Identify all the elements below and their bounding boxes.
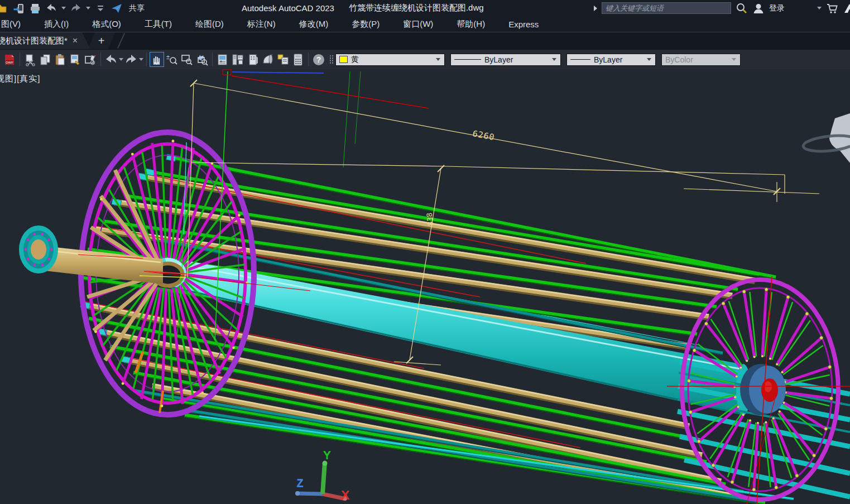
menu-modify[interactable]: 修改(M): [287, 16, 340, 32]
menu-draw[interactable]: 绘图(D): [184, 16, 236, 32]
open-icon[interactable]: [0, 2, 9, 15]
redo-dropdown-icon[interactable]: [86, 7, 90, 9]
menubar: 图(V) 插入(I) 格式(O) 工具(T) 绘图(D) 标注(N) 修改(M)…: [0, 16, 850, 32]
clipped-part-right: [803, 113, 850, 163]
zoom-window-button[interactable]: [180, 52, 194, 67]
undo-list-icon[interactable]: [119, 58, 123, 61]
menu-dimension[interactable]: 标注(N): [236, 16, 287, 32]
linetype-dropdown-caret: [552, 58, 556, 61]
zoom-previous-button[interactable]: [195, 52, 209, 67]
designcenter-button[interactable]: [230, 52, 245, 67]
titlebar: 共享 Autodesk AutoCAD 2023 竹篾带连续缠绕机设计图装配图.…: [0, 0, 850, 16]
menu-parametric[interactable]: 参数(P): [340, 16, 391, 32]
file-tabbar: 绕机设计图装配图* × +: [0, 32, 850, 49]
properties-palette-button[interactable]: [215, 52, 230, 67]
file-tab-label: 绕机设计图装配图*: [0, 36, 68, 46]
cut-button[interactable]: [23, 52, 37, 67]
redo-toolbar-button[interactable]: [124, 52, 138, 67]
properties-edit-button[interactable]: [68, 52, 83, 67]
redo-list-icon[interactable]: [139, 58, 143, 61]
undo-toolbar-button[interactable]: [104, 52, 118, 67]
dimension-6260: 6260: [472, 128, 496, 142]
lineweight-sample: [570, 59, 590, 60]
app-title: Autodesk AutoCAD 2023: [242, 3, 334, 13]
model-viewport[interactable]: 6260838YXZ: [0, 69, 850, 504]
quick-access-toolbar: 共享: [0, 0, 145, 16]
titlebar-right: 登录: [594, 0, 850, 16]
lineweight-dropdown[interactable]: ByLayer: [566, 54, 656, 66]
color-dropdown[interactable]: 黄: [335, 54, 445, 66]
dimension-838: 838: [425, 212, 435, 226]
svg-text:±: ±: [166, 54, 170, 60]
viewport-controls-label[interactable]: 视图][真实]: [0, 74, 41, 84]
file-tab-active[interactable]: 绕机设计图装配图* ×: [0, 32, 90, 49]
user-icon[interactable]: [752, 2, 765, 15]
quickcalc-button[interactable]: [291, 52, 305, 67]
markup-manager-button[interactable]: [276, 52, 290, 67]
right-wheel: [678, 280, 850, 500]
zoom-realtime-button[interactable]: ±: [165, 52, 179, 67]
color-dropdown-caret: [436, 58, 440, 61]
customize-qat-icon[interactable]: [94, 2, 107, 15]
login-label[interactable]: 登录: [769, 3, 785, 13]
sheetset-manager-button[interactable]: [261, 52, 275, 67]
new-tab-icon: +: [98, 35, 105, 47]
plot-style-value: ByColor: [665, 55, 693, 64]
linetype-value: ByLayer: [484, 55, 513, 64]
undo-dropdown-icon[interactable]: [61, 7, 66, 9]
undo-button[interactable]: [45, 2, 57, 15]
tabbar-divider: [117, 33, 125, 49]
help-button[interactable]: ?: [311, 52, 326, 67]
share-label[interactable]: 共享: [129, 3, 145, 13]
menu-window[interactable]: 窗口(W): [391, 16, 445, 32]
ucs-x-label: X: [342, 489, 349, 501]
plot-icon[interactable]: [29, 2, 41, 15]
svg-text:DWF: DWF: [6, 61, 13, 64]
lineweight-value: ByLayer: [594, 55, 622, 64]
ucs-y-label: Y: [324, 450, 330, 461]
color-swatch: [339, 56, 348, 63]
menu-insert[interactable]: 插入(I): [32, 16, 80, 32]
linetype-dropdown[interactable]: ByLayer: [450, 54, 561, 66]
menu-format[interactable]: 格式(O): [80, 16, 133, 32]
search-icon[interactable]: [736, 2, 748, 15]
lineweight-dropdown-caret: [647, 58, 651, 61]
redo-button[interactable]: [70, 2, 82, 15]
autodesk-logo-icon: [843, 2, 850, 15]
pan-button[interactable]: [150, 52, 164, 67]
menu-help[interactable]: 帮助(H): [445, 16, 497, 32]
window-title: Autodesk AutoCAD 2023 竹篾带连续缠绕机设计图装配图.dwg: [242, 0, 484, 16]
svg-text:?: ?: [316, 55, 321, 64]
save-icon[interactable]: [13, 2, 25, 15]
tool-palettes-button[interactable]: [246, 52, 260, 67]
menu-view[interactable]: 图(V): [0, 16, 32, 32]
toolbar-grip[interactable]: [329, 55, 334, 64]
color-value: 黄: [351, 55, 359, 65]
standard-toolbar: DWF ± ? 黄: [0, 49, 850, 69]
ucs-z-label: Z: [297, 478, 303, 489]
paste-button[interactable]: [53, 52, 68, 67]
share-icon[interactable]: [111, 2, 123, 15]
search-input[interactable]: [602, 2, 731, 14]
new-tab-button[interactable]: +: [88, 32, 115, 49]
cart-icon[interactable]: [826, 2, 838, 15]
drawing-canvas[interactable]: 视图][真实] 6260838YXZ: [0, 69, 850, 504]
tab-close-icon[interactable]: ×: [73, 36, 78, 46]
block-edit-button[interactable]: [83, 52, 98, 67]
plot-style-dropdown-caret: [732, 58, 736, 61]
linetype-sample: [454, 59, 481, 60]
search-expand-icon[interactable]: [594, 6, 597, 11]
dwf-export-button[interactable]: DWF: [2, 52, 17, 67]
ucs-icon: YXZ: [295, 450, 349, 501]
document-title: 竹篾带连续缠绕机设计图装配图.dwg: [349, 3, 484, 13]
plot-style-dropdown: ByColor: [661, 54, 741, 66]
menu-express[interactable]: Express: [497, 16, 550, 32]
copy-button[interactable]: [38, 52, 52, 67]
login-dropdown-icon[interactable]: [817, 7, 822, 9]
menu-tools[interactable]: 工具(T): [133, 16, 184, 32]
